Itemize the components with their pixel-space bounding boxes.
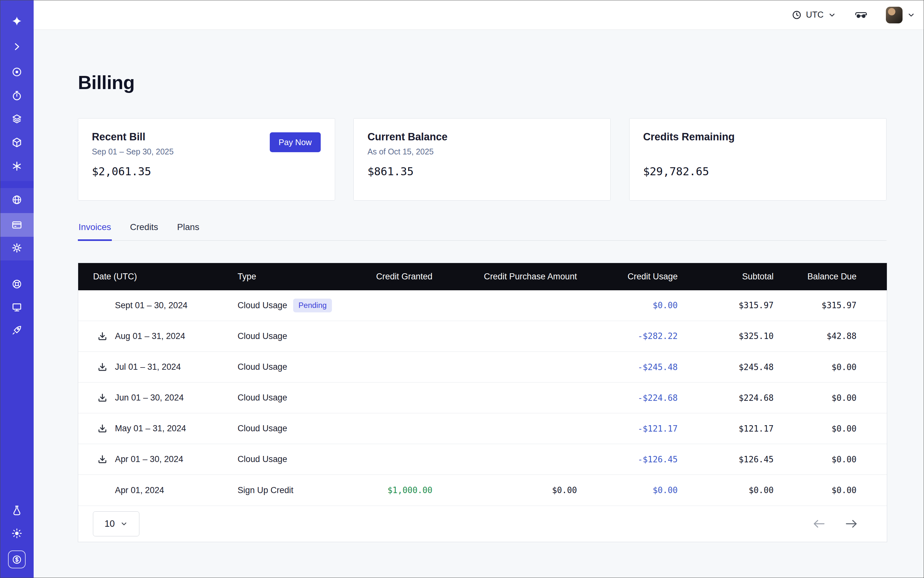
logo-icon[interactable] <box>0 9 34 33</box>
cell-type: Cloud Usage <box>237 362 344 372</box>
table-row: Apr 01, 2024 Sign Up Credit $1,000.00 $0… <box>78 475 887 506</box>
invoice-date: May 01 – 31, 2024 <box>115 424 186 434</box>
goggles-icon[interactable] <box>855 10 867 20</box>
user-menu[interactable] <box>886 7 915 23</box>
status-badge: Pending <box>293 299 332 312</box>
download-icon <box>97 362 108 372</box>
cell-type: Cloud Usage <box>237 454 344 464</box>
globe-icon[interactable] <box>0 188 34 212</box>
invoice-date: Jun 01 – 30, 2024 <box>115 393 184 403</box>
tab-invoices[interactable]: Invoices <box>78 217 112 241</box>
timezone-label: UTC <box>806 10 824 20</box>
invoice-date: Jul 01 – 31, 2024 <box>115 362 181 372</box>
cell-balance-due: $0.00 <box>774 485 887 495</box>
cell-credit-usage: -$245.48 <box>577 362 678 372</box>
chevron-down-icon <box>828 11 836 19</box>
invoice-type: Cloud Usage <box>237 331 287 341</box>
download-invoice-button[interactable] <box>97 393 108 403</box>
cell-date: Apr 01 – 30, 2024 <box>78 454 237 464</box>
invoice-type: Cloud Usage <box>237 424 287 434</box>
invoice-type: Cloud Usage <box>237 300 287 310</box>
invoice-type: Cloud Usage <box>237 393 287 403</box>
page-size-select[interactable]: 10 <box>93 511 139 536</box>
cell-balance-due: $0.00 <box>774 455 887 464</box>
clock-icon <box>792 10 802 20</box>
settings-icon[interactable] <box>0 236 34 260</box>
table-row: Jul 01 – 31, 2024 Cloud Usage -$245.48 $… <box>78 352 887 383</box>
expand-sidebar-icon[interactable] <box>0 35 34 58</box>
balance-as-of: As of Oct 15, 2025 <box>367 147 597 157</box>
table-footer: 10 <box>78 506 887 542</box>
cell-type: Cloud Usage <box>237 424 344 434</box>
rocket-icon[interactable] <box>0 318 34 342</box>
prev-page-button[interactable] <box>812 519 825 529</box>
invoice-date: Apr 01, 2024 <box>115 485 164 495</box>
recent-bill-card: Recent Bill Sep 01 – Sep 30, 2025 $2,061… <box>78 118 335 201</box>
page-size-value: 10 <box>104 518 115 529</box>
chevron-down-icon <box>907 11 915 19</box>
display-icon[interactable] <box>0 295 34 319</box>
cell-type: Sign Up Credit <box>237 485 344 495</box>
download-invoice-button[interactable] <box>97 454 108 464</box>
billing-icon[interactable] <box>0 213 34 237</box>
page-title: Billing <box>78 71 886 94</box>
invoice-date: Sept 01 – 30, 2024 <box>115 300 187 310</box>
card-title: Current Balance <box>367 131 597 143</box>
cell-credit-granted: $1,000.00 <box>344 485 432 495</box>
column-header-credit-usage: Credit Usage <box>577 272 678 282</box>
theme-icon[interactable] <box>0 521 34 546</box>
credits-remaining-amount: $29,782.65 <box>643 165 872 178</box>
cell-balance-due: $315.97 <box>774 300 887 310</box>
download-invoice-button[interactable] <box>97 423 108 434</box>
sidebar <box>0 0 34 578</box>
tab-credits[interactable]: Credits <box>130 217 159 241</box>
flask-icon[interactable] <box>0 498 34 522</box>
timer-icon[interactable] <box>0 84 34 108</box>
cell-balance-due: $0.00 <box>774 393 887 403</box>
invoice-date: Apr 01 – 30, 2024 <box>115 454 183 464</box>
table-row: Sept 01 – 30, 2024 Cloud Usage Pending $… <box>78 290 887 321</box>
cell-subtotal: $224.68 <box>678 393 773 403</box>
next-page-button[interactable] <box>845 519 858 529</box>
asterisk-icon[interactable] <box>0 154 34 178</box>
cube-icon[interactable] <box>0 131 34 154</box>
invoice-type: Cloud Usage <box>237 362 287 372</box>
cell-type: Cloud Usage Pending <box>237 299 344 312</box>
table-header: Date (UTC) Type Credit Granted Credit Pu… <box>78 263 887 290</box>
cell-date: Sept 01 – 30, 2024 <box>78 300 237 311</box>
billing-tabs: InvoicesCreditsPlans <box>78 217 886 240</box>
main-content: Billing Recent Bill Sep 01 – Sep 30, 202… <box>34 30 924 578</box>
support-icon[interactable] <box>0 272 34 296</box>
cell-credit-usage: -$282.22 <box>577 331 678 341</box>
current-balance-amount: $861.35 <box>367 165 597 178</box>
cell-balance-due: $0.00 <box>774 424 887 434</box>
chevron-down-icon <box>120 520 128 528</box>
target-icon[interactable] <box>0 60 34 84</box>
cell-subtotal: $121.17 <box>678 424 773 434</box>
pagination <box>812 519 873 529</box>
download-invoice-button[interactable] <box>97 362 108 372</box>
download-icon <box>97 331 108 341</box>
timezone-selector[interactable]: UTC <box>792 10 836 20</box>
pay-now-button[interactable]: Pay Now <box>270 132 321 152</box>
credits-dollar-icon[interactable] <box>8 550 26 568</box>
cell-credit-usage: -$126.45 <box>577 455 678 464</box>
tab-plans[interactable]: Plans <box>177 217 200 241</box>
cell-date: May 01 – 31, 2024 <box>78 423 237 434</box>
column-header-type: Type <box>237 272 344 282</box>
table-body: Sept 01 – 30, 2024 Cloud Usage Pending $… <box>78 290 887 506</box>
download-icon <box>97 454 108 464</box>
layers-icon[interactable] <box>0 107 34 131</box>
topbar: UTC <box>34 0 924 30</box>
cell-credit-usage: $0.00 <box>577 485 678 495</box>
download-invoice-button[interactable] <box>97 331 108 341</box>
column-header-credit-purchase: Credit Purchase Amount <box>432 272 577 282</box>
card-title: Credits Remaining <box>643 131 872 143</box>
current-balance-card: Current Balance As of Oct 15, 2025 $861.… <box>353 118 611 201</box>
cell-subtotal: $325.10 <box>678 331 773 341</box>
column-header-date: Date (UTC) <box>78 272 237 282</box>
download-icon <box>97 393 108 403</box>
table-row: May 01 – 31, 2024 Cloud Usage -$121.17 $… <box>78 413 887 444</box>
cell-subtotal: $315.97 <box>678 300 773 310</box>
cell-subtotal: $126.45 <box>678 455 773 464</box>
